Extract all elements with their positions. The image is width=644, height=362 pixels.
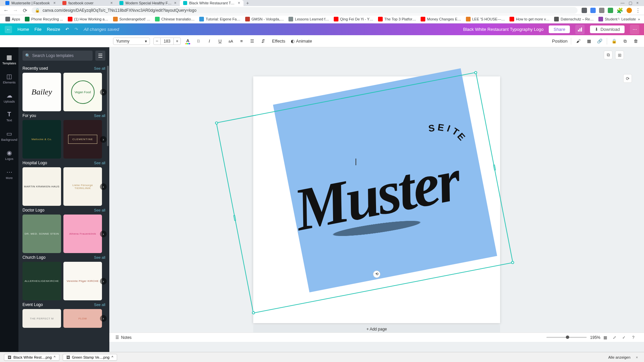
add-page-icon[interactable]: ⊞ [615, 51, 624, 59]
home-button[interactable]: Home [17, 27, 29, 32]
bookmark-item[interactable]: (1) How Working a… [66, 17, 110, 21]
close-icon[interactable]: × [238, 1, 240, 5]
close-window-icon[interactable]: × [636, 1, 639, 5]
extension-icon[interactable] [590, 8, 596, 13]
new-tab-button[interactable]: + [244, 0, 252, 6]
maximize-icon[interactable]: ▢ [629, 1, 632, 5]
bookmark-item[interactable]: Apps [4, 17, 21, 21]
redo-icon[interactable]: ↷ [74, 27, 78, 32]
text-color-button[interactable]: A [184, 38, 192, 45]
browser-tab[interactable]: facebook cover× [59, 0, 116, 6]
fullscreen-icon[interactable]: ⤢ [611, 334, 618, 341]
template-thumbnail[interactable]: Vegan Food [63, 73, 102, 111]
share-button[interactable]: Share [549, 25, 570, 33]
duplicate-icon[interactable]: ⧉ [621, 38, 629, 45]
resize-handle[interactable] [215, 121, 218, 125]
template-thumbnail[interactable]: MARTIN KRANKEN-HAUS [22, 167, 61, 206]
resize-handle[interactable] [233, 215, 236, 221]
see-all-link[interactable]: See all [94, 66, 105, 70]
chrome-menu-icon[interactable]: ⋮ [635, 7, 641, 14]
rail-background[interactable]: ▭Background [0, 126, 18, 145]
rail-elements[interactable]: ◫Elements [0, 69, 18, 87]
home-back-icon[interactable]: ← [5, 26, 12, 33]
copy-page-icon[interactable]: ⧉ [604, 51, 612, 59]
extensions-menu-icon[interactable]: 🧩 [616, 7, 623, 14]
link-icon[interactable]: 🔗 [596, 38, 603, 45]
align-button[interactable]: ≡ [238, 38, 245, 45]
template-thumbnail[interactable]: Matlocke & Co. [22, 120, 61, 159]
resize-handle[interactable] [511, 260, 515, 264]
help-icon[interactable]: ? [630, 334, 637, 341]
zoom-slider[interactable] [546, 337, 587, 338]
see-all-link[interactable]: See all [94, 303, 105, 307]
address-bar[interactable]: 🔒 canva.com/design/DAEyzq8OqTs/c_TNs118b… [32, 7, 578, 14]
resize-handle[interactable] [493, 164, 496, 171]
animate-button[interactable]: ◐Animate [291, 39, 312, 44]
download-item[interactable]: 🖼Black White Rest....png^ [4, 354, 59, 361]
rail-more[interactable]: ⋯More [0, 165, 18, 183]
notes-button[interactable]: ☰Notes [115, 335, 131, 340]
see-all-link[interactable]: See all [94, 161, 105, 165]
close-icon[interactable]: × [53, 1, 56, 5]
delete-icon[interactable]: 🗑 [632, 38, 639, 45]
font-size-decrease[interactable]: − [153, 38, 161, 45]
close-icon[interactable]: × [174, 1, 176, 5]
italic-button[interactable]: I [206, 38, 213, 45]
font-size-increase[interactable]: + [173, 38, 181, 45]
lock-icon[interactable]: 🔒 [610, 38, 618, 45]
browser-tab-active[interactable]: Black White Restaurant Typog× [180, 0, 244, 6]
position-button[interactable]: Position [552, 39, 568, 44]
bookmark-item[interactable]: Money Changes E… [419, 17, 463, 21]
slider-knob[interactable] [566, 336, 569, 339]
template-thumbnail[interactable]: Liebe Fürsorge TIERKLINIK [63, 167, 102, 206]
check-icon[interactable]: ✓ [621, 334, 627, 341]
text-case-button[interactable]: aA [227, 38, 234, 45]
bookmark-item[interactable]: Chinese translatio… [154, 17, 196, 21]
extension-icon[interactable] [599, 8, 604, 13]
close-downloads-bar[interactable]: × [634, 355, 640, 359]
filter-button[interactable]: ☰ [95, 51, 105, 61]
template-thumbnail[interactable]: CLEMENTINE [63, 120, 102, 159]
bookmark-item[interactable]: How to get more v… [508, 17, 551, 21]
font-size-value[interactable]: 183 [161, 38, 173, 45]
bookmark-item[interactable]: Datenschutz – Re… [553, 17, 595, 21]
next-arrow-icon[interactable]: › [100, 89, 107, 96]
spacing-button[interactable]: ⇵ [259, 38, 267, 45]
list-button[interactable]: ☰ [249, 38, 256, 45]
rail-text[interactable]: TText [0, 107, 18, 126]
grid-view-icon[interactable]: ▦ [602, 334, 608, 341]
rail-templates[interactable]: ▦Templates [0, 50, 18, 68]
search-input[interactable]: 🔍 Search Logo templates [22, 51, 93, 61]
bookmark-item[interactable]: Sonderangebot! … [112, 17, 152, 21]
template-thumbnail[interactable]: Athena Frauenklinik [63, 215, 102, 253]
see-all-link[interactable]: See all [94, 208, 105, 212]
bookmark-item[interactable]: GMSN - Vologda,… [244, 17, 285, 21]
resize-menu[interactable]: Resize [47, 27, 60, 32]
effects-button[interactable]: Effects [270, 39, 287, 44]
template-thumbnail[interactable]: THE PERFECT M [22, 309, 61, 328]
bookmark-item[interactable]: Tutorial: Eigene Fa… [198, 17, 242, 21]
copy-style-icon[interactable]: 🖌 [575, 38, 582, 45]
bookmark-item[interactable]: Phone Recycling ... [23, 17, 64, 21]
download-item[interactable]: 🖼Green Stamp Ve....png^ [63, 354, 117, 361]
bookmarks-overflow-icon[interactable]: » [638, 17, 640, 21]
next-arrow-icon[interactable]: › [100, 183, 107, 190]
design-canvas[interactable]: SEITE Muster ⟲ [253, 76, 500, 323]
transparency-icon[interactable]: ▦ [585, 38, 593, 45]
browser-tab[interactable]: Musterseite | Facebook× [2, 0, 59, 6]
forward-icon[interactable]: → [13, 8, 18, 13]
canvas-area[interactable]: ⧉ ⊞ ⟳ SEITE Muster ⟲ + Add page ︿ [109, 47, 644, 352]
next-arrow-icon[interactable]: › [100, 278, 107, 285]
browser-tab[interactable]: Modern Special Healthy Food× [116, 0, 180, 6]
back-icon[interactable]: ← [3, 8, 9, 13]
reset-rotation-icon[interactable]: ⟳ [623, 74, 632, 83]
next-arrow-icon[interactable]: › [100, 315, 107, 322]
bold-button[interactable]: B [195, 38, 202, 45]
panel-scrollbar[interactable] [107, 66, 109, 146]
close-icon[interactable]: × [110, 1, 113, 5]
font-family-select[interactable]: Yummy▾ [113, 38, 150, 45]
minimize-icon[interactable]: — [621, 1, 625, 5]
extension-icon[interactable] [582, 8, 587, 13]
resize-handle[interactable] [252, 311, 256, 315]
profile-avatar[interactable] [627, 8, 632, 13]
